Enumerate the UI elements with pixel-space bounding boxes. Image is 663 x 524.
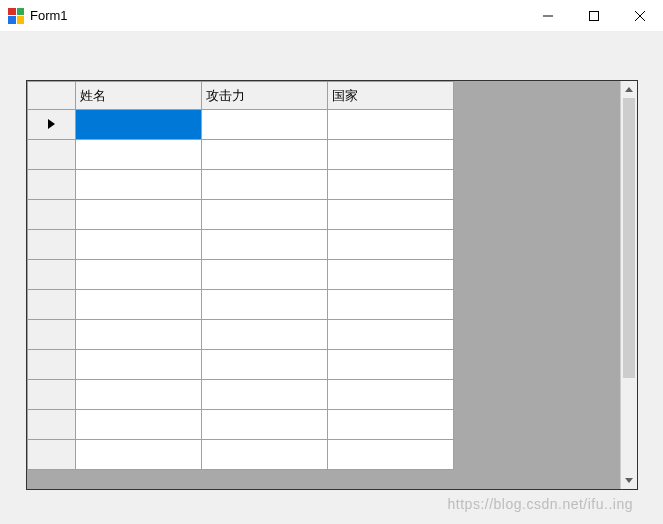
table-row[interactable] <box>28 110 454 140</box>
grid-cell[interactable] <box>202 290 328 320</box>
row-header[interactable] <box>28 200 76 230</box>
grid-cell[interactable] <box>202 140 328 170</box>
grid-cell[interactable] <box>76 110 202 140</box>
grid-cell[interactable] <box>328 230 454 260</box>
table-row[interactable] <box>28 140 454 170</box>
minimize-button[interactable] <box>525 0 571 32</box>
grid-cell[interactable] <box>76 320 202 350</box>
grid-cell[interactable] <box>76 410 202 440</box>
grid-cell[interactable] <box>328 440 454 470</box>
grid-cell[interactable] <box>328 320 454 350</box>
table-row[interactable] <box>28 380 454 410</box>
table-row[interactable] <box>28 350 454 380</box>
grid-cell[interactable] <box>202 380 328 410</box>
row-header[interactable] <box>28 380 76 410</box>
grid-cell[interactable] <box>202 440 328 470</box>
grid-cell[interactable] <box>328 410 454 440</box>
scroll-track[interactable] <box>621 98 637 472</box>
table-row[interactable] <box>28 440 454 470</box>
grid-cell[interactable] <box>202 320 328 350</box>
column-header[interactable]: 国家 <box>328 82 454 110</box>
grid-cell[interactable] <box>76 170 202 200</box>
grid-cell[interactable] <box>328 110 454 140</box>
grid-cell[interactable] <box>328 290 454 320</box>
grid-cell[interactable] <box>202 260 328 290</box>
grid-cell[interactable] <box>328 140 454 170</box>
grid-cell[interactable] <box>202 170 328 200</box>
grid-body[interactable]: 姓名 攻击力 国家 <box>27 81 620 489</box>
svg-marker-5 <box>625 478 633 483</box>
maximize-button[interactable] <box>571 0 617 32</box>
grid-cell[interactable] <box>76 380 202 410</box>
close-button[interactable] <box>617 0 663 32</box>
row-header[interactable] <box>28 290 76 320</box>
column-header[interactable]: 攻击力 <box>202 82 328 110</box>
grid-cell[interactable] <box>328 170 454 200</box>
window-controls <box>525 0 663 32</box>
corner-header[interactable] <box>28 82 76 110</box>
titlebar: Form1 <box>0 0 663 32</box>
row-header[interactable] <box>28 140 76 170</box>
grid-cell[interactable] <box>202 230 328 260</box>
grid-cell[interactable] <box>202 350 328 380</box>
scroll-thumb[interactable] <box>623 98 635 378</box>
grid-cell[interactable] <box>76 440 202 470</box>
table-row[interactable] <box>28 410 454 440</box>
grid-table[interactable]: 姓名 攻击力 国家 <box>27 81 454 470</box>
table-row[interactable] <box>28 230 454 260</box>
row-header[interactable] <box>28 170 76 200</box>
table-row[interactable] <box>28 320 454 350</box>
client-area: 姓名 攻击力 国家 https://blog.csdn.net/ifu..ing <box>0 32 663 524</box>
window-title: Form1 <box>30 8 525 23</box>
table-row[interactable] <box>28 200 454 230</box>
grid-cell[interactable] <box>202 110 328 140</box>
svg-marker-4 <box>625 87 633 92</box>
table-row[interactable] <box>28 260 454 290</box>
column-header[interactable]: 姓名 <box>76 82 202 110</box>
column-header-row: 姓名 攻击力 国家 <box>28 82 454 110</box>
watermark-text: https://blog.csdn.net/ifu..ing <box>448 496 633 512</box>
grid-cell[interactable] <box>76 260 202 290</box>
row-header[interactable] <box>28 440 76 470</box>
row-header[interactable] <box>28 230 76 260</box>
grid-cell[interactable] <box>76 350 202 380</box>
row-header[interactable] <box>28 320 76 350</box>
scroll-up-button[interactable] <box>621 81 637 98</box>
row-header[interactable] <box>28 110 76 140</box>
grid-cell[interactable] <box>76 140 202 170</box>
table-row[interactable] <box>28 290 454 320</box>
grid-cell[interactable] <box>202 410 328 440</box>
app-icon <box>8 8 24 24</box>
current-row-indicator-icon <box>48 119 55 129</box>
row-header[interactable] <box>28 260 76 290</box>
grid-cell[interactable] <box>328 200 454 230</box>
grid-cell[interactable] <box>76 200 202 230</box>
grid-cell[interactable] <box>76 290 202 320</box>
data-grid[interactable]: 姓名 攻击力 国家 <box>26 80 638 490</box>
grid-cell[interactable] <box>76 230 202 260</box>
table-row[interactable] <box>28 170 454 200</box>
vertical-scrollbar[interactable] <box>620 81 637 489</box>
row-header[interactable] <box>28 350 76 380</box>
grid-cell[interactable] <box>328 380 454 410</box>
grid-cell[interactable] <box>328 350 454 380</box>
scroll-down-button[interactable] <box>621 472 637 489</box>
grid-cell[interactable] <box>328 260 454 290</box>
svg-rect-1 <box>590 11 599 20</box>
grid-cell[interactable] <box>202 200 328 230</box>
row-header[interactable] <box>28 410 76 440</box>
